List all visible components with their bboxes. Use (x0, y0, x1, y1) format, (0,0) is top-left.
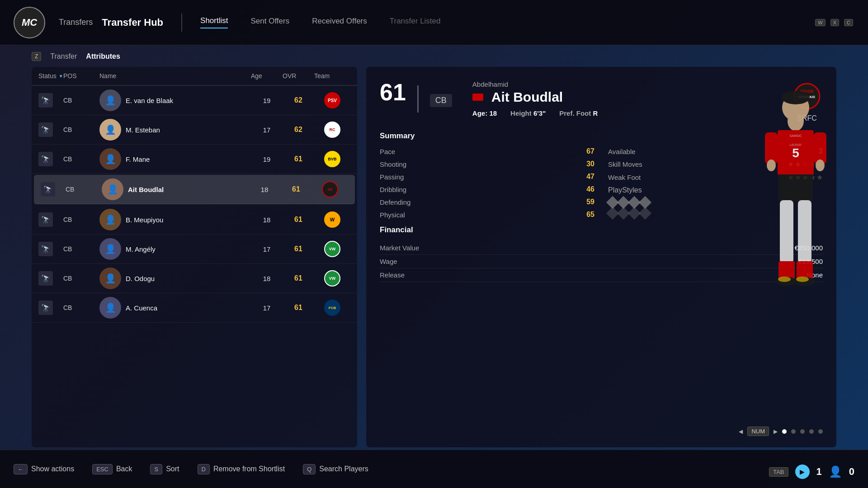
stat-available: Available 3 (608, 147, 823, 155)
player-avatar: 👤 (99, 119, 121, 141)
back-button[interactable]: ESC Back (92, 464, 132, 474)
next-arrow-icon[interactable]: ▶ (774, 428, 778, 435)
stat-dribbling: Dribbling 46 (380, 185, 594, 193)
status-icon: 🔭 (38, 122, 53, 137)
player-age: 18 (251, 275, 283, 282)
age-label: Age: 18 (472, 109, 497, 117)
player-age: 18 (251, 216, 283, 224)
status-icon: 🔭 (38, 242, 53, 256)
search-players-button[interactable]: Q Search Players (303, 464, 368, 474)
player-age: 17 (251, 126, 283, 134)
player-ovr: 61 (283, 245, 314, 253)
sub-tab-transfer[interactable]: Transfer (50, 52, 77, 61)
col-name-header: Name (99, 72, 251, 80)
pos-badge: CB (63, 304, 99, 311)
pos-badge: CB (63, 216, 99, 223)
player-age: 18 (249, 186, 280, 193)
player-info: 👤 M. Esteban (99, 119, 251, 141)
sort-button[interactable]: S Sort (150, 464, 179, 474)
status-icon: 🔭 (41, 182, 55, 197)
search-key: Q (303, 464, 316, 474)
main-content: Status ▼ POS Name Age OVR Team 🔭 CB 👤 E.… (32, 67, 836, 447)
player-avatar: 👤 (99, 238, 121, 260)
player-info: 👤 D. Odogu (99, 267, 251, 289)
stat-shooting: Shooting 30 (380, 160, 594, 168)
player-name: M. Esteban (126, 126, 160, 134)
player-info: 👤 E. van de Blaak (99, 89, 251, 111)
remove-shortlist-button[interactable]: D Remove from Shortlist (198, 464, 285, 474)
show-actions-button[interactable]: ← Show actions (14, 464, 74, 474)
team-badge: PSV (314, 92, 350, 108)
sub-tab-attributes[interactable]: Attributes (86, 52, 120, 61)
stats-grid: Pace 67 Shooting 30 Passing 47 Dribbling… (380, 147, 823, 219)
team-badge-circle: VW (324, 241, 340, 257)
remove-key: D (198, 464, 210, 474)
pos-label: CB (430, 94, 452, 107)
col-ovr-header: OVR (283, 72, 314, 80)
prev-arrow-icon[interactable]: ◀ (739, 428, 743, 435)
stat-skill-moves: Skill Moves ★ ★ ★ ★ ★ (608, 160, 823, 169)
pos-badge: CB (63, 275, 99, 282)
player-avatar: 👤 (99, 297, 121, 319)
sub-key-z: Z (32, 52, 41, 61)
sort-arrow-icon: ▼ (59, 74, 63, 79)
key-w: W (815, 19, 825, 26)
financial-title: Financial (380, 225, 823, 235)
flag-icon (472, 94, 483, 101)
stats-right: Available 3 Skill Moves ★ ★ ★ ★ ★ Weak F… (608, 147, 823, 219)
player-row[interactable]: 🔭 CB 👤 A. Cuenca 17 61 FCB (32, 293, 357, 323)
playstyles-row1 (608, 198, 823, 207)
player-meta: Age: 18 Height 6'3" Pref. Foot R (472, 109, 791, 117)
tab-received-offers[interactable]: Received Offers (312, 17, 367, 28)
team-badge: SR (312, 181, 348, 197)
team-badge-circle: FCB (324, 300, 340, 316)
player-name: Ait Boudlal (128, 186, 164, 193)
player-detail-header: 61 CB Abdelhamid Ait Boudlal Age: 18 Hei… (380, 80, 823, 122)
team-badge: RC (314, 122, 350, 138)
col-status-header: Status ▼ (38, 72, 63, 80)
club-name: SRFC (791, 114, 823, 122)
tab-transfer-listed[interactable]: Transfer Listed (390, 17, 441, 28)
svg-text:STADE: STADE (800, 89, 814, 94)
tab-shortlist[interactable]: Shortlist (200, 16, 228, 28)
playstyles-row2 (608, 209, 823, 218)
club-info: STADE RENNAIS FC SRFC (791, 80, 823, 122)
num-badge: NUM (747, 427, 769, 436)
player-row[interactable]: 🔭 CB 👤 E. van de Blaak 19 62 PSV (32, 86, 357, 115)
team-badge-circle: PSV (324, 92, 340, 108)
height-label: Height 6'3" (510, 109, 546, 117)
nav-transfers[interactable]: Transfers (59, 18, 93, 27)
team-badge: FCB (314, 300, 350, 316)
player-row[interactable]: 🔭 CB 👤 M. Esteban 17 62 RC (32, 115, 357, 145)
financial-wage: Wage €13,500 (380, 255, 823, 268)
player-name: F. Mane (126, 155, 150, 163)
player-avatar: 👤 (99, 148, 121, 170)
col-pos-header: POS (63, 72, 99, 80)
player-ovr: 61 (283, 304, 314, 312)
key-c: C (844, 19, 853, 26)
player-age: 19 (251, 97, 283, 104)
status-icon: 🔭 (38, 152, 53, 166)
player-row[interactable]: 🔭 CB 👤 B. Meupiyou 18 61 W (32, 205, 357, 235)
player-age: 17 (251, 245, 283, 253)
app-logo: MC (14, 7, 45, 38)
player-row-selected[interactable]: 🔭 CB 👤 Ait Boudlal 18 61 SR (34, 175, 355, 204)
player-ovr: 61 (283, 274, 314, 282)
top-nav: MC Transfers Transfer Hub Shortlist Sent… (0, 0, 868, 45)
col-age-header: Age (251, 72, 283, 80)
player-row[interactable]: 🔭 CB 👤 M. Angély 17 61 VW (32, 235, 357, 264)
pagination-dot-5 (818, 429, 823, 434)
player-ovr: 61 (283, 155, 314, 163)
pagination: ◀ NUM ▶ (739, 427, 823, 436)
col-team-header: Team (314, 72, 350, 80)
count2: 0 (849, 466, 854, 478)
tab-sent-offers[interactable]: Sent Offers (250, 17, 289, 28)
diamond-empty-icon (639, 207, 651, 220)
player-info: 👤 B. Meupiyou (99, 209, 251, 230)
financial-market-value: Market Value €850,000 (380, 241, 823, 255)
player-row[interactable]: 🔭 CB 👤 D. Odogu 18 61 VW (32, 264, 357, 293)
player-row[interactable]: 🔭 CB 👤 F. Mane 19 61 BVB (32, 145, 357, 174)
stat-defending: Defending 59 (380, 198, 594, 206)
nav-hub: Transfer Hub (102, 17, 163, 28)
player-ovr: 62 (283, 96, 314, 104)
